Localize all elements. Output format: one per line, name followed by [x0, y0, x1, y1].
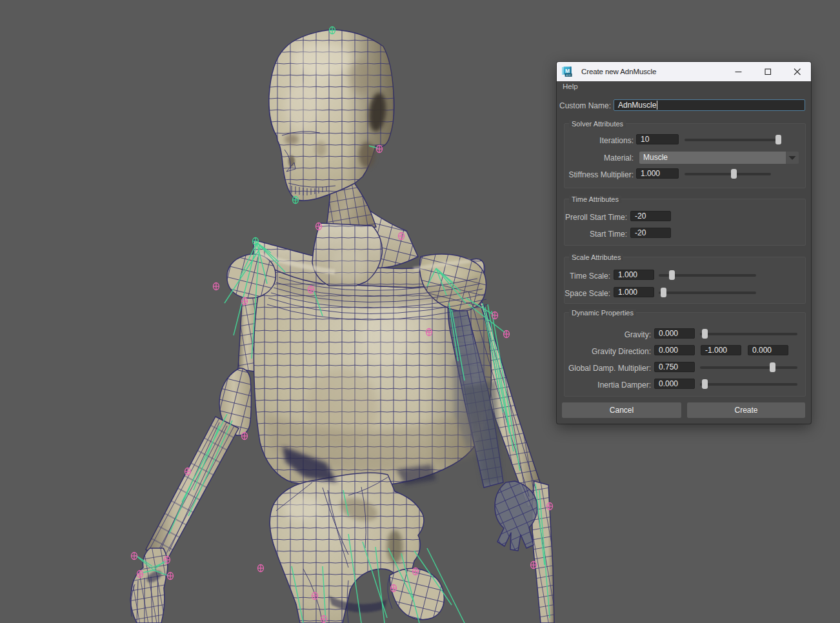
svg-text:ADSK: ADSK [566, 74, 571, 77]
svg-text:M: M [565, 68, 570, 74]
